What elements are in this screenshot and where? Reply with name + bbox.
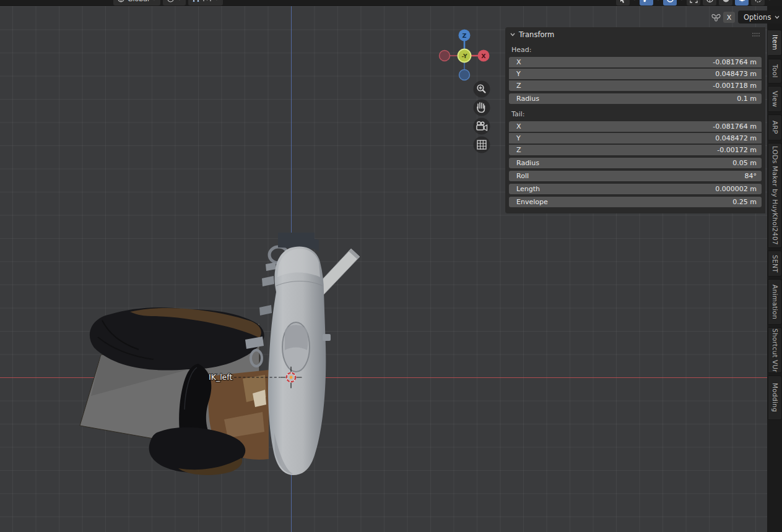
grid-ortho-button[interactable] — [474, 137, 490, 153]
field-label: Length — [516, 185, 540, 193]
field-label: Z — [516, 82, 521, 90]
chevron-down-icon — [152, 0, 157, 1]
field-label: X — [516, 58, 521, 66]
transform-orientation-dropdown[interactable]: Global — [113, 0, 160, 6]
field-label: Roll — [516, 172, 529, 180]
panel-collapse-chevron-icon — [510, 33, 515, 36]
length-field[interactable]: Length0.000002 m — [509, 184, 762, 194]
chevron-down-icon — [775, 15, 780, 19]
panel-drag-handle-icon[interactable] — [752, 32, 760, 37]
tail-section-label: Tail: — [509, 106, 762, 121]
gizmo-neg-z-ball[interactable] — [459, 70, 470, 80]
field-value: 0.05 m — [732, 159, 757, 167]
tab-modding[interactable]: Modding — [768, 375, 782, 420]
camera-view-button[interactable] — [474, 118, 490, 135]
chevron-down-icon[interactable] — [679, 0, 684, 1]
axis-gizmo[interactable]: Z X -Y — [440, 30, 490, 80]
roll-field[interactable]: Roll84° — [509, 171, 762, 181]
field-value: 0.048472 m — [715, 134, 757, 142]
panel-title: Transform — [519, 30, 554, 39]
head-section-label: Head: — [509, 42, 762, 57]
chevron-down-icon[interactable] — [767, 0, 772, 1]
field-value: 84° — [745, 172, 757, 180]
field-value: -0.081764 m — [713, 122, 757, 131]
snap-with-icon — [202, 0, 212, 3]
transform-panel-header[interactable]: Transform — [505, 27, 765, 42]
tab-lods-maker[interactable]: LODs Maker by HuyKhoi2407 — [768, 143, 782, 248]
tail-radius-field[interactable]: Radius0.05 m — [509, 158, 762, 168]
gizmo-x-ball[interactable]: X — [478, 50, 490, 62]
snapping-toggle[interactable] — [640, 0, 653, 6]
x-toggle-label: X — [727, 14, 732, 22]
svg-text:-Y: -Y — [462, 53, 467, 59]
tab-arp[interactable]: ARP — [768, 114, 782, 140]
field-value: 0.048473 m — [715, 70, 757, 78]
gizmo-neg-x-ball[interactable] — [440, 51, 450, 61]
orientation-global-icon — [117, 0, 125, 3]
tab-shortcut-vur[interactable]: Shortcut VUr — [768, 327, 782, 373]
show-overlays-toggle[interactable] — [703, 0, 716, 6]
field-value: -0.081764 m — [713, 58, 757, 66]
bone-label: IK_left — [209, 372, 232, 382]
solid-shading-icon[interactable] — [719, 0, 732, 6]
tail-y-field[interactable]: Y0.048472 m — [509, 133, 762, 144]
chevron-down-icon[interactable] — [656, 0, 661, 1]
tail-x-field[interactable]: X-0.081764 m — [509, 121, 762, 132]
blender-window: IK_left Z — [0, 0, 782, 532]
field-label: Y — [516, 70, 521, 78]
svg-text:Z: Z — [463, 32, 467, 39]
tab-animation[interactable]: Animation — [768, 279, 782, 325]
gizmo-z-ball[interactable]: Z — [459, 30, 471, 41]
x-toggle-button[interactable]: X — [723, 12, 735, 23]
field-value: -0.001718 m — [713, 82, 757, 90]
options-label: Options — [744, 13, 771, 22]
field-label: X — [516, 122, 521, 131]
transform-panel: Transform Head: X-0.081764 m Y0.048473 m… — [505, 27, 765, 213]
zoom-button[interactable] — [474, 81, 490, 98]
field-label: Radius — [516, 95, 539, 103]
field-value: 0.25 m — [732, 198, 757, 206]
select-tool-icon[interactable] — [616, 0, 630, 6]
head-y-field[interactable]: Y0.048473 m — [509, 69, 762, 79]
tab-item[interactable]: Item — [768, 30, 782, 56]
options-dropdown[interactable]: Options — [738, 11, 782, 24]
field-label: Envelope — [516, 198, 548, 206]
field-value: 0.1 m — [737, 95, 757, 103]
svg-text:X: X — [481, 53, 486, 59]
tab-sent[interactable]: SENT — [768, 251, 782, 277]
sidebar-tab-strip: Item Tool View ARP LODs Maker by HuyKhoi… — [767, 6, 782, 532]
proportional-editing-toggle[interactable] — [663, 0, 677, 6]
orientation-label: Global — [128, 0, 149, 3]
field-label: Z — [516, 146, 521, 154]
tail-z-field[interactable]: Z-0.00172 m — [509, 145, 762, 155]
show-gizmo-toggle[interactable] — [687, 0, 700, 6]
field-value: -0.00172 m — [717, 146, 757, 154]
chevron-down-icon[interactable] — [632, 0, 637, 1]
field-value: 0.000002 m — [715, 185, 757, 193]
pivot-point-dropdown[interactable] — [163, 0, 186, 6]
pivot-point-icon — [167, 0, 175, 3]
field-label: Radius — [516, 159, 539, 167]
x-axis-mirror-toggle[interactable] — [710, 11, 722, 24]
field-label: Y — [516, 134, 521, 142]
tab-tool[interactable]: Tool — [768, 59, 782, 84]
material-preview-shading-icon[interactable] — [735, 0, 749, 6]
snapping-controls[interactable] — [188, 0, 223, 6]
envelope-field[interactable]: Envelope0.25 m — [509, 197, 762, 207]
head-z-field[interactable]: Z-0.001718 m — [509, 80, 762, 91]
head-x-field[interactable]: X-0.081764 m — [509, 57, 762, 67]
head-radius-field[interactable]: Radius0.1 m — [509, 93, 762, 104]
butterfly-mirror-icon — [711, 13, 721, 22]
viewport-header: Global — [0, 0, 782, 6]
rendered-shading-icon[interactable] — [751, 0, 765, 6]
snap-magnet-icon — [192, 0, 200, 3]
pan-hand-button[interactable] — [474, 100, 490, 116]
chevron-down-icon — [177, 0, 182, 1]
tab-view[interactable]: View — [768, 86, 782, 112]
chevron-down-icon — [214, 0, 219, 1]
gizmo-center-ball[interactable]: -Y — [458, 49, 471, 62]
